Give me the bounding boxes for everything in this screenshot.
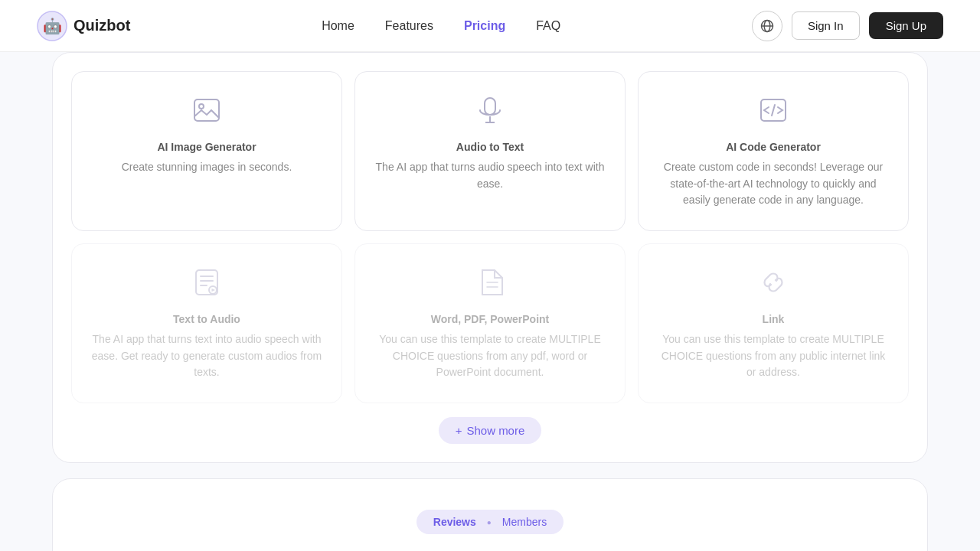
ai-code-icon xyxy=(758,95,789,126)
trusted-section: Reviews ● Members Trusted by many xyxy=(52,478,928,551)
svg-rect-12 xyxy=(196,270,217,295)
navbar: 🤖 Quizbot Home Features Pricing FAQ Sign… xyxy=(0,0,980,52)
svg-point-6 xyxy=(199,104,204,109)
svg-text:🤖: 🤖 xyxy=(43,17,62,35)
word-pdf-title: Word, PDF, PowerPoint xyxy=(431,313,550,325)
top-row-cards: AI Image Generator Create stunning image… xyxy=(71,71,909,403)
link-desc: You can use this template to create MULT… xyxy=(657,331,890,381)
ai-code-desc: Create custom code in seconds! Leverage … xyxy=(657,159,890,209)
card-link: Link You can use this template to create… xyxy=(638,243,909,403)
show-more-label: Show more xyxy=(466,424,524,437)
ai-image-icon-area xyxy=(184,87,230,133)
link-icon-area xyxy=(750,259,796,305)
audio-to-text-title: Audio to Text xyxy=(456,141,524,153)
ai-image-desc: Create stunning images in seconds. xyxy=(122,159,292,176)
audio-to-text-desc: The AI app that turns audio speech into … xyxy=(374,159,606,192)
card-ai-code: AI Code Generator Create custom code in … xyxy=(638,71,909,231)
card-word-pdf: Word, PDF, PowerPoint You can use this t… xyxy=(354,243,626,403)
show-more-button[interactable]: + Show more xyxy=(439,417,542,444)
svg-rect-5 xyxy=(194,99,219,121)
text-to-audio-icon xyxy=(191,267,222,298)
audio-to-text-icon xyxy=(475,95,505,126)
nav-links: Home Features Pricing FAQ xyxy=(322,19,560,33)
card-audio-to-text: Audio to Text The AI app that turns audi… xyxy=(354,71,626,231)
word-pdf-icon-area xyxy=(467,259,513,305)
ai-code-title: AI Code Generator xyxy=(726,141,821,153)
nav-features[interactable]: Features xyxy=(385,19,433,32)
nav-pricing[interactable]: Pricing xyxy=(464,19,505,32)
tab-members[interactable]: Members xyxy=(498,514,551,530)
text-to-audio-title: Text to Audio xyxy=(173,313,240,325)
signup-button[interactable]: Sign Up xyxy=(869,12,943,39)
word-pdf-desc: You can use this template to create MULT… xyxy=(374,331,606,381)
nav-faq[interactable]: FAQ xyxy=(536,19,560,32)
trusted-tabs: Reviews ● Members xyxy=(416,510,564,534)
tab-reviews[interactable]: Reviews xyxy=(429,514,481,530)
ai-image-title: AI Image Generator xyxy=(157,141,256,153)
link-icon xyxy=(758,267,789,298)
globe-icon xyxy=(760,19,774,33)
svg-marker-17 xyxy=(212,289,216,292)
main-content: AI Image Generator Create stunning image… xyxy=(0,52,980,551)
audio-to-text-icon-area xyxy=(467,87,513,133)
signin-button[interactable]: Sign In xyxy=(792,11,860,40)
text-to-audio-icon-area xyxy=(184,259,230,305)
word-pdf-icon xyxy=(475,267,505,298)
show-more-plus: + xyxy=(456,424,462,437)
nav-actions: Sign In Sign Up xyxy=(752,11,943,41)
logo[interactable]: 🤖 Quizbot xyxy=(37,11,130,41)
cards-section: AI Image Generator Create stunning image… xyxy=(52,52,928,463)
ai-image-icon xyxy=(191,95,222,126)
ai-code-icon-area xyxy=(750,87,796,133)
link-title: Link xyxy=(763,313,785,325)
tab-separator: ● xyxy=(487,518,492,527)
nav-home[interactable]: Home xyxy=(322,19,354,32)
show-more-row: + Show more xyxy=(71,417,909,444)
card-text-to-audio: Text to Audio The AI app that turns text… xyxy=(71,243,342,403)
svg-rect-7 xyxy=(485,98,495,115)
card-ai-image: AI Image Generator Create stunning image… xyxy=(71,71,342,231)
language-button[interactable] xyxy=(752,11,782,41)
svg-line-11 xyxy=(772,105,775,116)
logo-icon: 🤖 xyxy=(37,11,67,41)
logo-text: Quizbot xyxy=(74,17,130,34)
text-to-audio-desc: The AI app that turns text into audio sp… xyxy=(90,331,323,381)
